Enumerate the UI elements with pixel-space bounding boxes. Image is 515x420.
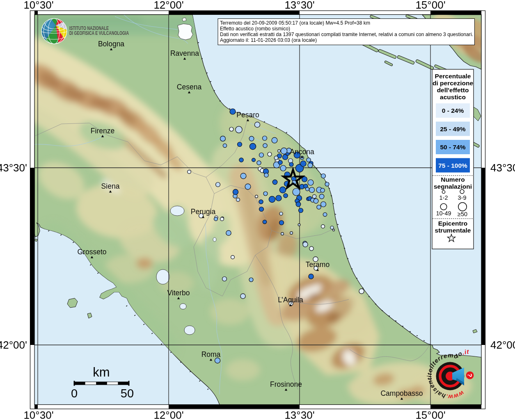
- svg-text:Campobasso: Campobasso: [380, 389, 423, 397]
- svg-text:Cesena: Cesena: [177, 83, 202, 91]
- svg-text:25 - 49%: 25 - 49%: [440, 126, 465, 132]
- svg-text:Perugia: Perugia: [191, 208, 216, 216]
- svg-text:L’Aquila: L’Aquila: [278, 296, 303, 304]
- svg-text:segnalazioni: segnalazioni: [434, 183, 472, 190]
- svg-text:Pesaro: Pesaro: [236, 111, 259, 119]
- svg-text:Epicentro: Epicentro: [438, 220, 467, 227]
- svg-text:strumentale: strumentale: [435, 227, 471, 234]
- svg-text:15°00': 15°00': [415, 409, 445, 420]
- svg-text:Grosseto: Grosseto: [78, 248, 107, 256]
- svg-text:Frosinone: Frosinone: [270, 380, 302, 388]
- svg-text:12°00': 12°00': [153, 409, 183, 420]
- svg-text:50: 50: [121, 387, 134, 400]
- svg-text:Effetto acustico (rombo sismic: Effetto acustico (rombo sismico): [220, 25, 290, 32]
- svg-text:10-49: 10-49: [436, 210, 451, 217]
- svg-text:13°30': 13°30': [284, 0, 314, 11]
- svg-text:12°00': 12°00': [153, 0, 183, 11]
- svg-text:Firenze: Firenze: [91, 127, 114, 135]
- svg-text:Viterbo: Viterbo: [167, 289, 190, 297]
- svg-text:Percentuale: Percentuale: [435, 73, 471, 80]
- svg-text:10°30': 10°30': [23, 0, 53, 11]
- svg-text:42°00': 42°00': [490, 339, 515, 351]
- svg-text:≥50: ≥50: [458, 211, 467, 217]
- svg-text:Ravenna: Ravenna: [170, 49, 199, 57]
- svg-text:km: km: [93, 365, 110, 379]
- svg-text:15°00': 15°00': [415, 0, 445, 11]
- svg-text:?: ?: [466, 373, 474, 378]
- svg-text:43°30': 43°30': [0, 162, 27, 174]
- svg-text:dell'effetto: dell'effetto: [437, 87, 469, 94]
- svg-text:0 - 24%: 0 - 24%: [442, 107, 464, 114]
- svg-text:42°00': 42°00': [0, 339, 27, 351]
- svg-text:0: 0: [71, 387, 78, 400]
- svg-text:acustico: acustico: [440, 94, 466, 100]
- svg-text:Bologna: Bologna: [98, 40, 124, 48]
- svg-text:Dati non verificati estratti d: Dati non verificati estratti da 1397 que…: [220, 31, 473, 37]
- svg-text:50 - 74%: 50 - 74%: [440, 144, 465, 151]
- svg-text:1-2: 1-2: [439, 194, 448, 201]
- svg-text:Roma: Roma: [201, 350, 221, 358]
- svg-text:Siena: Siena: [101, 182, 120, 190]
- svg-text:3-9: 3-9: [458, 194, 467, 201]
- svg-text:75 - 100%: 75 - 100%: [438, 162, 467, 169]
- svg-text:Numero: Numero: [441, 176, 465, 183]
- svg-text:Aggiornato il: 11-01-2026 03:0: Aggiornato il: 11-01-2026 03:03 (ora loc…: [220, 37, 317, 43]
- svg-text:13°30': 13°30': [284, 409, 314, 420]
- svg-text:Terremoto del 20-09-2009 05:50: Terremoto del 20-09-2009 05:50:17 (ora l…: [220, 20, 370, 26]
- svg-text:43°30': 43°30': [490, 162, 515, 174]
- svg-text:di percezione: di percezione: [433, 80, 473, 87]
- svg-text:DI GEOFISICA E VULCANOLOGIA: DI GEOFISICA E VULCANOLOGIA: [69, 30, 129, 36]
- svg-text:10°30': 10°30': [23, 409, 53, 420]
- svg-text:Teramo: Teramo: [306, 260, 330, 269]
- svg-text:Ancona: Ancona: [290, 148, 314, 156]
